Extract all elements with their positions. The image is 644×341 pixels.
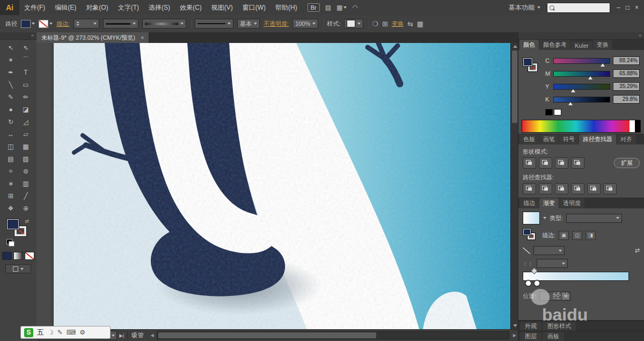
default-colors-icon[interactable] (6, 239, 12, 244)
stroke-weight-stepper[interactable] (74, 19, 99, 28)
channel-value[interactable]: 88.24% (613, 56, 640, 65)
stroke-style-dropdown[interactable] (195, 19, 233, 28)
tool-button[interactable]: ● (3, 103, 18, 115)
swap-colors-icon[interactable]: ⇄ (25, 219, 29, 224)
stack-icon[interactable]: ▤ (325, 4, 331, 11)
panel-tab[interactable]: 颜色 (519, 40, 539, 50)
slider-thumb[interactable] (601, 63, 605, 67)
menu-item[interactable]: 效果(C) (175, 0, 207, 15)
style-dropdown[interactable] (344, 19, 363, 28)
channel-value[interactable]: 29.8% (613, 95, 640, 104)
spectrum-white[interactable] (630, 120, 635, 132)
slider-thumb[interactable] (571, 89, 575, 92)
shape-mode-button[interactable] (539, 157, 552, 169)
pathfinder-button[interactable] (539, 183, 552, 194)
aspect-input[interactable] (537, 259, 568, 268)
pathfinder-button[interactable] (571, 183, 584, 194)
appearance-basic-dropdown[interactable]: 基本 (237, 19, 260, 28)
panel-tab[interactable]: 透明度 (559, 198, 584, 208)
shape-mode-button[interactable] (571, 157, 584, 169)
shape-mode-button[interactable] (523, 157, 536, 169)
opacity-link[interactable]: 不透明度: (264, 20, 289, 28)
tool-button[interactable]: ⌒ (18, 54, 33, 66)
slider-thumb[interactable] (588, 76, 592, 79)
gradient-stop[interactable] (525, 280, 531, 286)
transform-link[interactable]: 变换 (392, 20, 404, 28)
tool-button[interactable]: ◿ (18, 115, 33, 128)
black-swatch[interactable] (545, 109, 553, 115)
workspace-switcher[interactable]: 基本功能 (509, 3, 540, 12)
vertical-scroll-thumb[interactable] (512, 50, 517, 123)
window-restore-button[interactable]: □ (626, 4, 630, 11)
arrange-documents-icon[interactable]: ▦ (336, 4, 347, 11)
panel-tab[interactable]: 画笔 (539, 134, 559, 144)
ime-mode-label[interactable]: 五 (37, 328, 44, 337)
ime-keyboard-icon[interactable]: ⌨ (67, 329, 76, 336)
panel-tab[interactable]: Kuler (571, 41, 592, 50)
panel-tab[interactable]: 颜色参考 (539, 40, 570, 50)
panel-tab[interactable]: 图层 (520, 332, 541, 341)
ime-moon-icon[interactable]: ☽ (48, 329, 54, 336)
channel-slider[interactable] (553, 71, 610, 77)
stroke-color-dropdown[interactable] (39, 20, 53, 28)
tool-button[interactable]: ∗ (3, 177, 18, 190)
collapse-panels-bar[interactable]: » (518, 32, 644, 40)
tab-close-icon[interactable]: × (141, 34, 144, 41)
panel-tab[interactable]: 变换 (593, 40, 612, 50)
tool-button[interactable]: ✒ (3, 66, 18, 78)
fill-swatch[interactable] (6, 219, 19, 230)
channel-slider[interactable] (553, 97, 610, 103)
channel-value[interactable]: 65.88% (613, 69, 640, 78)
align-icon[interactable]: ⊞ (382, 20, 388, 28)
expand-button[interactable]: 扩展 (614, 158, 640, 168)
panel-tab[interactable]: 路径查找器 (579, 134, 616, 144)
panel-tab[interactable]: 符号 (559, 134, 579, 144)
angle-input[interactable] (533, 246, 565, 255)
tool-button[interactable]: ↻ (3, 115, 18, 128)
panel-tab[interactable]: 色板 (519, 134, 539, 144)
gradient-fill-swatch[interactable] (523, 228, 531, 236)
gradient-midpoint[interactable] (531, 267, 538, 274)
tool-button[interactable]: ▱ (18, 128, 33, 140)
menu-item[interactable]: 选择(S) (144, 0, 175, 15)
tool-button[interactable]: ╱ (18, 190, 33, 202)
panel-tab[interactable]: 外观 (520, 322, 541, 331)
panel-tab[interactable]: 渐变 (539, 198, 559, 208)
tool-button[interactable]: ◪ (18, 103, 33, 115)
menu-item[interactable]: 编辑(E) (50, 0, 81, 15)
spectrum-gradient[interactable] (522, 120, 630, 132)
tool-button[interactable]: ✧ (3, 165, 18, 177)
pathfinder-button[interactable] (555, 183, 568, 194)
tool-button[interactable]: ◫ (3, 140, 18, 153)
tool-button[interactable]: ▥ (18, 177, 33, 190)
vertical-scrollbar[interactable] (510, 43, 518, 329)
gradient-type-dropdown[interactable] (566, 214, 622, 223)
shape-mode-button[interactable] (555, 157, 568, 169)
white-swatch[interactable] (554, 109, 561, 115)
ime-logo[interactable]: S (24, 328, 33, 337)
opacity-dropdown[interactable]: 100% (292, 19, 318, 28)
swap-icon[interactable]: ⇆ (407, 20, 413, 28)
channel-value[interactable]: 35.29% (613, 82, 640, 91)
scroll-up-arrow[interactable] (513, 45, 517, 48)
horizontal-scroll-thumb[interactable] (158, 332, 376, 338)
tool-button[interactable]: ▧ (18, 153, 33, 165)
tool-button[interactable]: ⊕ (18, 202, 33, 214)
menu-item[interactable]: 文字(T) (113, 0, 144, 15)
stroke-weight-link[interactable]: 描边: (56, 20, 70, 28)
tool-button[interactable]: ╲ (3, 78, 18, 91)
scroll-left-arrow[interactable]: ◀ (151, 333, 154, 338)
gradient-thumbnail[interactable] (523, 212, 540, 224)
gradient-mode-button[interactable] (13, 252, 23, 260)
gradient-slider[interactable] (523, 272, 629, 281)
tool-button[interactable]: ✏ (18, 91, 33, 103)
location-input[interactable] (539, 292, 570, 301)
color-spectrum-bar[interactable] (522, 120, 641, 133)
slider-thumb[interactable] (568, 102, 573, 105)
stroke-across-icon[interactable]: ◨ (586, 231, 596, 240)
horizontal-scrollbar[interactable] (157, 331, 509, 339)
fill-color-dropdown[interactable] (21, 20, 35, 28)
menu-item[interactable]: 对象(O) (81, 0, 113, 15)
stroke-along-icon[interactable]: ◫ (572, 231, 582, 240)
reverse-gradient-icon[interactable]: ⇄ (635, 247, 640, 254)
